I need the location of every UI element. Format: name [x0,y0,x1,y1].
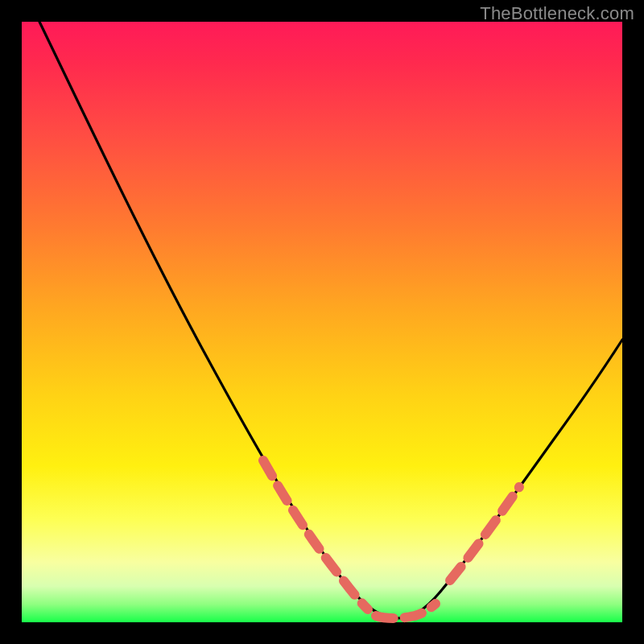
plot-area [22,22,622,622]
bottleneck-curve [22,22,622,622]
attribution-label: TheBottleneck.com [480,3,634,24]
highlight-left [263,460,368,609]
chart-frame: TheBottleneck.com [0,0,644,644]
curve-path [39,22,622,618]
highlight-right [450,487,519,580]
